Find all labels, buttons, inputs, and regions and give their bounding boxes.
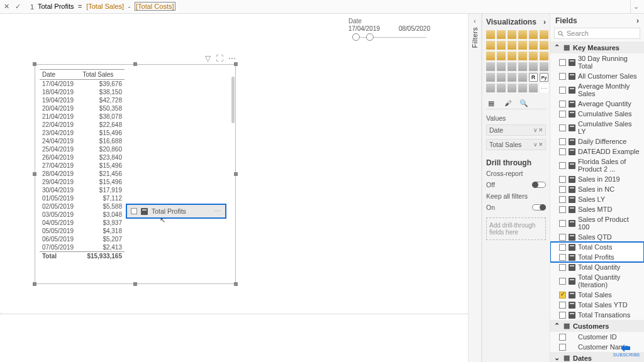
- scrollbar-thumb[interactable]: [231, 77, 235, 123]
- field-row[interactable]: Total Profits: [550, 252, 644, 262]
- checkbox-icon[interactable]: [559, 292, 566, 299]
- formula-text[interactable]: Total Profits = [Total Sales] - [Total C…: [38, 3, 626, 11]
- fields-search[interactable]: Search: [554, 28, 640, 39]
- field-row[interactable]: All Customer Sales: [550, 71, 644, 81]
- checkbox-icon[interactable]: [559, 138, 566, 145]
- resize-handle[interactable]: [133, 62, 137, 66]
- drag-field-chip[interactable]: Total Profits ⋯: [126, 204, 226, 219]
- viz-type-icon[interactable]: [497, 73, 506, 82]
- subscribe-badge[interactable]: SUBSCRIBE: [613, 344, 640, 357]
- checkbox-icon[interactable]: [559, 220, 566, 227]
- analytics-tab-icon[interactable]: 🔍: [519, 99, 529, 107]
- slicer-track[interactable]: [352, 37, 426, 38]
- field-row[interactable]: DATEADD Example: [550, 146, 644, 156]
- viz-type-icon[interactable]: [518, 84, 527, 92]
- viz-type-icon[interactable]: [497, 84, 506, 92]
- keep-filters-toggle[interactable]: [532, 204, 546, 211]
- field-well[interactable]: Total Sales∨ ✕: [486, 139, 546, 150]
- table-visual[interactable]: ▽ ⛶ ⋯ Date Total Sales 17/04/2019$39,676…: [35, 64, 236, 284]
- checkbox-icon[interactable]: [559, 278, 566, 285]
- field-row[interactable]: Sales LY: [550, 194, 644, 204]
- formula-expand-icon[interactable]: ⌄: [630, 0, 641, 13]
- viz-type-icon[interactable]: [486, 52, 495, 60]
- field-well[interactable]: Date∨ ✕: [486, 124, 546, 136]
- checkbox-icon[interactable]: [559, 186, 566, 193]
- viz-type-icon[interactable]: [508, 30, 516, 39]
- field-row[interactable]: Total Sales: [550, 290, 644, 300]
- checkbox-icon[interactable]: [559, 334, 566, 341]
- checkbox-icon[interactable]: [559, 148, 566, 155]
- viz-type-icon[interactable]: [529, 62, 538, 71]
- checkbox-icon[interactable]: [559, 124, 566, 131]
- checkbox-icon[interactable]: [559, 312, 566, 319]
- slicer-knob-start[interactable]: [352, 33, 360, 41]
- field-row[interactable]: Sales QTD: [550, 232, 644, 242]
- checkbox-icon[interactable]: [559, 73, 566, 80]
- viz-type-icon[interactable]: [529, 41, 538, 50]
- commit-icon[interactable]: ✓: [14, 3, 21, 11]
- checkbox-icon[interactable]: [559, 234, 566, 241]
- chevron-left-icon[interactable]: ‹: [474, 18, 475, 25]
- viz-type-icon[interactable]: [486, 41, 495, 50]
- cancel-icon[interactable]: ✕: [3, 3, 10, 11]
- field-row[interactable]: Sales in NC: [550, 184, 644, 194]
- checkbox-icon[interactable]: [559, 344, 566, 351]
- field-row[interactable]: Average Monthly Sales: [550, 81, 644, 99]
- checkbox-icon[interactable]: [559, 59, 566, 66]
- viz-more-icon[interactable]: ⋯: [540, 84, 548, 92]
- viz-type-icon[interactable]: [540, 52, 548, 60]
- viz-type-icon[interactable]: [540, 30, 548, 39]
- viz-type-icon[interactable]: [508, 84, 516, 92]
- field-row[interactable]: Total Transations: [550, 310, 644, 320]
- resize-handle[interactable]: [234, 282, 238, 286]
- viz-type-icon[interactable]: [497, 52, 506, 60]
- viz-type-icon[interactable]: [540, 62, 548, 71]
- resize-handle[interactable]: [133, 282, 137, 286]
- viz-type-icon[interactable]: [508, 52, 516, 60]
- filter-icon[interactable]: ▽: [205, 54, 211, 63]
- viz-type-icon[interactable]: [486, 62, 495, 71]
- viz-type-icon[interactable]: [518, 62, 527, 71]
- viz-type-icon[interactable]: [518, 52, 527, 60]
- field-row[interactable]: Customer ID: [550, 332, 644, 342]
- field-row[interactable]: Sales of Product 100: [550, 214, 644, 232]
- viz-type-icon[interactable]: [508, 41, 516, 50]
- resize-handle[interactable]: [234, 172, 238, 176]
- viz-type-icon[interactable]: [529, 84, 538, 92]
- fields-tab-icon[interactable]: ▦: [486, 99, 496, 107]
- checkbox-icon[interactable]: [559, 87, 566, 94]
- checkbox-icon[interactable]: [559, 254, 566, 261]
- viz-type-icon[interactable]: [508, 73, 516, 82]
- chevron-right-icon[interactable]: ›: [543, 18, 546, 26]
- cross-report-toggle[interactable]: [532, 182, 546, 188]
- field-row[interactable]: Cumulative Sales: [550, 109, 644, 119]
- filters-pane-collapsed[interactable]: ‹ Filters: [468, 14, 482, 362]
- checkbox-icon[interactable]: [559, 206, 566, 213]
- checkbox-icon[interactable]: [559, 244, 566, 251]
- more-icon[interactable]: ⋯: [228, 54, 236, 63]
- checkbox-icon[interactable]: [559, 302, 566, 309]
- slicer-knob-end[interactable]: [366, 33, 374, 41]
- drillthrough-dropzone[interactable]: Add drill-through fields here: [486, 217, 546, 240]
- viz-type-icon[interactable]: [518, 73, 527, 82]
- checkbox-icon[interactable]: [559, 101, 566, 107]
- checkbox-icon[interactable]: [559, 264, 566, 271]
- resize-handle[interactable]: [33, 62, 36, 66]
- checkbox-icon[interactable]: [559, 111, 566, 118]
- report-canvas[interactable]: Date 17/04/2019 08/05/2020: [0, 14, 468, 362]
- field-row[interactable]: Total Quantity: [550, 262, 644, 272]
- viz-type-icon[interactable]: [497, 41, 506, 50]
- viz-py-icon[interactable]: Py: [540, 73, 548, 82]
- field-row[interactable]: Total Costs: [550, 242, 644, 252]
- field-row[interactable]: Total Sales YTD: [550, 300, 644, 310]
- resize-handle[interactable]: [33, 282, 36, 286]
- field-row[interactable]: Florida Sales of Product 2 ...: [550, 156, 644, 174]
- viz-type-icon[interactable]: [529, 52, 538, 60]
- viz-gallery[interactable]: RPy ⋯: [486, 30, 546, 95]
- field-row[interactable]: Sales in 2019: [550, 174, 644, 184]
- viz-type-icon[interactable]: [529, 30, 538, 39]
- slicer-start[interactable]: 17/04/2019: [348, 25, 380, 32]
- slicer-end[interactable]: 08/05/2020: [399, 25, 430, 32]
- field-row[interactable]: Total Quantity (Iteration): [550, 272, 644, 290]
- chevron-right-icon[interactable]: ›: [636, 16, 639, 25]
